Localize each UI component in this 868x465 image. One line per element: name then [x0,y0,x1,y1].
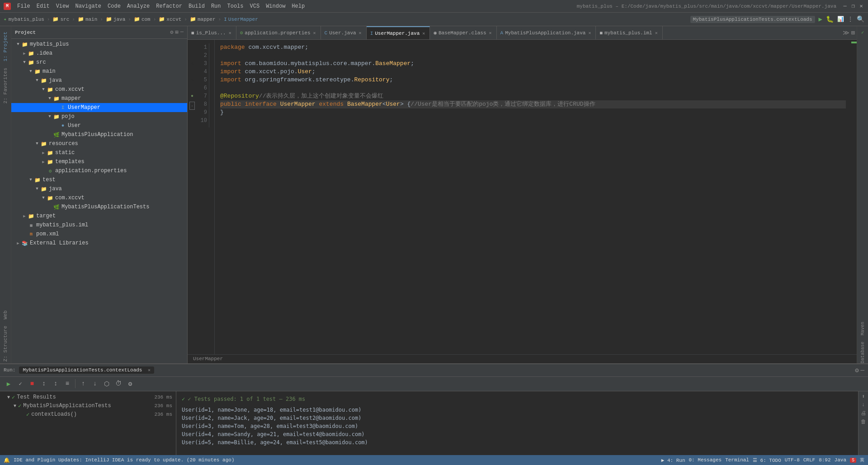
run-scroll-down[interactable]: ↓ [90,379,100,389]
code-content[interactable]: package com.xccvt.mapper; import com.bao… [215,40,851,354]
tree-item-iml[interactable]: ◼ mybatis_plus.iml [11,221,187,230]
run-expand-icon[interactable]: ⬆ [862,393,865,400]
menu-navigate[interactable]: Navigate [72,2,104,10]
tree-item-src[interactable]: ▼ 📁 src [11,58,187,67]
search-everywhere-button[interactable]: 🔍 [857,15,864,23]
sidebar-gear-icon[interactable]: ⚙ [170,29,173,36]
nav-com[interactable]: 📁 com [134,16,151,22]
project-tool-button[interactable]: 1: Project [2,30,9,63]
menu-edit[interactable]: Edit [34,2,52,10]
tab-close-basemapper[interactable]: ✕ [488,29,493,37]
tree-item-testclass[interactable]: 🌿 MybatisPlusApplicationTests [11,202,187,211]
minimize-button[interactable]: — [842,3,848,9]
tab-close-iml[interactable]: ✕ [654,29,659,37]
nav-java[interactable]: 📁 java [106,16,125,22]
nav-xccvt[interactable]: 📁 xccvt [159,16,181,22]
nav-project[interactable]: mybatis_plus [9,17,44,22]
tab-close-mybatisapp[interactable]: ✕ [587,29,592,37]
tab-iml[interactable]: ◼ mybatis_plus.iml ✕ [596,26,662,40]
tab-footer-terminal[interactable]: Terminal [725,457,749,463]
favorites-tool-button[interactable]: 2: Favorites [2,66,9,105]
tree-item-mybatisapp[interactable]: 🌿 MybatisPlusApplication [11,130,187,139]
run-coverage-button[interactable]: 📊 [837,16,844,23]
tree-item-java[interactable]: ▼ 📁 java [11,76,187,85]
tree-item-pom[interactable]: m pom.xml [11,230,187,239]
web-tool-button[interactable]: Web [2,309,9,321]
run-tree-contextloads[interactable]: ✓ contextLoads() 236 ms [0,410,176,419]
run-tree-mybatistests[interactable]: ▼ ✓ MybatisPlusApplicationTests 236 ms [0,402,176,410]
tree-item-usermapper[interactable]: I UserMapper [11,103,187,112]
run-settings-icon[interactable]: ⚙ [855,366,859,374]
tab-close-userjava[interactable]: ✕ [358,29,363,37]
run-more-options[interactable]: ⚙ [125,379,135,389]
run-sort-desc[interactable]: ↕ [51,379,61,389]
status-line-ending[interactable]: CRLF [803,457,815,463]
nav-usermapper[interactable]: I UserMapper [224,17,258,22]
menu-view[interactable]: View [53,2,72,10]
maximize-button[interactable]: ❐ [850,3,856,9]
tab-usermapper[interactable]: I UserMapper.java ✕ [367,26,430,40]
tree-item-target[interactable]: ▶ 📁 target [11,211,187,221]
tree-item-pojo[interactable]: ▼ 📁 pojo [11,112,187,121]
tree-item-idea[interactable]: ▶ 📁 .idea [11,49,187,58]
tree-item-resources[interactable]: ▼ 📁 resources [11,139,187,148]
structure-tool-button[interactable]: Z: Structure [2,324,9,363]
run-tree-results[interactable]: ▼ ✓ Test Results 236 ms [0,393,176,402]
run-print-icon[interactable]: 🖨 [861,410,866,417]
tree-item-appprops[interactable]: ⚙ application.properties [11,166,187,175]
menu-code[interactable]: Code [105,2,123,10]
notifications-icon[interactable]: ✓ [861,30,864,35]
menu-run[interactable]: Run [208,2,224,10]
tab-close-isplus[interactable]: ✕ [228,29,232,37]
tree-item-testjava[interactable]: ▼ 📁 java [11,184,187,193]
run-rerun-button[interactable]: ▶ [4,379,14,389]
menu-build[interactable]: Build [186,2,208,10]
run-sort-asc[interactable]: ↕ [39,379,49,389]
tab-close-appprops[interactable]: ✕ [312,29,317,37]
run-stop-button[interactable]: ■ [27,379,37,389]
status-message[interactable]: IDE and Plugin Updates: IntelliJ IDEA is… [14,457,234,463]
close-button[interactable]: ✕ [858,3,864,9]
tab-basemapper[interactable]: ◉ BaseMapper.class ✕ [430,26,496,40]
status-encoding[interactable]: UTF-8 [785,457,800,463]
nav-main[interactable]: 📁 main [78,16,97,22]
menu-help[interactable]: Help [289,2,307,10]
tree-item-main[interactable]: ▼ 📁 main [11,67,187,76]
tree-item-comxccvt[interactable]: ▼ 📁 com.xccvt [11,85,187,94]
run-panel-close-icon[interactable]: — [861,366,864,374]
more-run-options[interactable]: ⋮ [848,16,853,23]
run-tab-contextloads[interactable]: MybatisPlusApplicationTests.contextLoads… [19,366,154,374]
tab-footer-todo[interactable]: ☰ 6: TODO [753,457,781,463]
run-scroll-up[interactable]: ↑ [78,379,88,389]
tree-item-test[interactable]: ▼ 📁 test [11,175,187,184]
run-play-button[interactable]: ▶ [819,15,822,23]
tree-item-templates[interactable]: ▶ 📁 templates [11,157,187,166]
tree-item-static[interactable]: ▶ 📁 static [11,148,187,157]
run-trash-icon[interactable]: 🗑 [861,418,866,425]
run-debug-button[interactable]: 🐛 [826,15,834,23]
tab-overflow-icon[interactable]: ≫ [843,29,849,37]
tree-item-testcom[interactable]: ▼ 📁 com.xccvt [11,193,187,202]
menu-vcs[interactable]: VCS [247,2,263,10]
menu-file[interactable]: File [14,2,33,10]
maven-tool-button[interactable]: Maven [860,322,865,335]
tree-item-extlibs[interactable]: ▶ 📚 External Libraries [11,239,187,248]
tab-footer-messages[interactable]: 0: Messages [689,457,722,463]
run-tab-close[interactable]: ✕ [148,368,151,373]
menu-window[interactable]: Window [263,2,288,10]
tab-split-icon[interactable]: ⊞ [851,29,855,37]
tab-userjava[interactable]: C User.java ✕ [321,26,367,40]
tab-close-usermapper[interactable]: ✕ [421,30,426,37]
run-history[interactable]: ⏱ [113,379,123,389]
menu-analyze[interactable]: Analyze [124,2,152,10]
run-export[interactable]: ⬡ [102,379,112,389]
tree-item-user[interactable]: ● User [11,121,187,130]
sidebar-minus-icon[interactable]: — [180,29,184,36]
status-position[interactable]: 8:92 [819,457,830,463]
menu-tools[interactable]: Tools [225,2,246,10]
nav-src[interactable]: 📁 src [52,16,69,22]
nav-mapper[interactable]: 📁 mapper [190,16,216,22]
menu-refactor[interactable]: Refactor [153,2,185,10]
tab-isplus[interactable]: ◼ is_Plus... ✕ [188,26,236,40]
tab-footer-run[interactable]: ▶ 4: Run [661,457,685,463]
